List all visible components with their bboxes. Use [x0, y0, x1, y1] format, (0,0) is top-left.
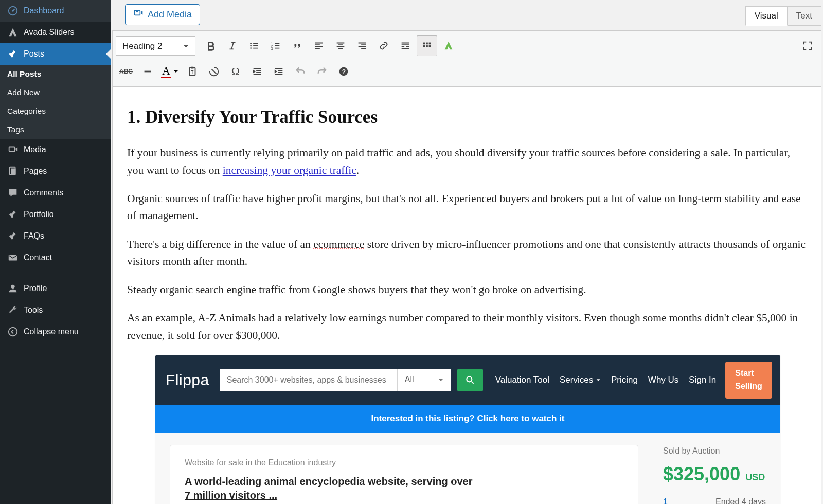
undo-button[interactable]: [290, 61, 311, 82]
align-center-button[interactable]: [330, 35, 351, 56]
number-list-button[interactable]: 123: [265, 35, 286, 56]
svg-rect-19: [426, 45, 428, 47]
flippa-search-button[interactable]: [457, 369, 483, 391]
strikethrough-button[interactable]: ABC: [116, 61, 136, 82]
sidebar-label: Contact: [24, 253, 52, 262]
sidebar-label: Pages: [24, 167, 47, 176]
pin-icon: [7, 48, 19, 60]
search-icon: [465, 375, 475, 385]
mail-icon: [7, 252, 19, 263]
sidebar-item-avada-sliders[interactable]: Avada Sliders: [0, 22, 111, 43]
clear-formatting-button[interactable]: [204, 61, 224, 82]
pin-icon: [7, 230, 19, 242]
svg-point-7: [9, 328, 17, 336]
flippa-meta: 1 bid Ended 4 days ago: [663, 496, 766, 504]
help-button[interactable]: ?: [333, 61, 354, 82]
quote-button[interactable]: [287, 35, 308, 56]
special-char-button[interactable]: Ω: [225, 61, 246, 82]
editor-content[interactable]: 1. Diversify Your Traffic Sources If you…: [112, 87, 821, 504]
flippa-watch-link[interactable]: Click here to watch it: [477, 413, 564, 423]
svg-point-11: [250, 47, 252, 49]
add-media-label: Add Media: [148, 9, 192, 20]
content-p1: If your business is currently relying pr…: [127, 145, 807, 179]
sidebar-item-profile[interactable]: Profile: [0, 278, 111, 299]
bold-button[interactable]: [201, 35, 221, 56]
sidebar-label: Avada Sliders: [24, 28, 74, 37]
text-color-button[interactable]: A: [159, 61, 181, 82]
align-left-button[interactable]: [309, 35, 329, 56]
add-media-button[interactable]: Add Media: [125, 4, 200, 25]
flippa-nav: Valuation Tool Services Pricing Why Us S…: [495, 373, 717, 387]
tab-visual[interactable]: Visual: [745, 6, 788, 26]
svg-point-6: [11, 285, 14, 289]
sidebar-item-faqs[interactable]: FAQs: [0, 225, 111, 247]
sidebar-label: Dashboard: [24, 6, 64, 15]
fullscreen-button[interactable]: [797, 35, 818, 56]
flippa-search-input[interactable]: [220, 369, 397, 391]
flippa-header: Flippa All Valuation Tool Services Prici…: [155, 355, 780, 405]
content-heading: 1. Diversify Your Traffic Sources: [127, 103, 807, 131]
sidebar-item-dashboard[interactable]: Dashboard: [0, 0, 111, 22]
paste-text-button[interactable]: T: [182, 61, 203, 82]
link-button[interactable]: [373, 35, 394, 56]
hr-button[interactable]: [137, 61, 158, 82]
redo-button[interactable]: [312, 61, 332, 82]
wrench-icon: [7, 304, 19, 316]
flippa-category-filter[interactable]: All: [397, 369, 451, 391]
svg-rect-4: [11, 169, 15, 175]
sidebar-item-tools[interactable]: Tools: [0, 299, 111, 321]
sidebar-label: Collapse menu: [24, 327, 79, 336]
outdent-button[interactable]: [247, 61, 267, 82]
flippa-nav-whyus[interactable]: Why Us: [648, 373, 679, 387]
flippa-bid-count[interactable]: 1 bid: [663, 496, 677, 504]
submenu-tags[interactable]: Tags: [0, 120, 111, 139]
flippa-sale-info: Sold by Auction $325,000 USD 1 bid Ended…: [663, 445, 766, 504]
flippa-industry-label: Website for sale in the Education indust…: [185, 457, 623, 470]
sidebar-item-pages[interactable]: Pages: [0, 160, 111, 182]
flippa-sold-label: Sold by Auction: [663, 445, 766, 458]
submenu-categories[interactable]: Categories: [0, 102, 111, 120]
flippa-listing-title: A world-leading animal encyclopedia webs…: [185, 475, 623, 502]
dashboard-icon: [7, 5, 19, 16]
avada-builder-button[interactable]: [438, 35, 459, 56]
flippa-banner: Interested in this listing? Click here t…: [155, 405, 780, 433]
svg-point-1: [12, 10, 14, 12]
toolbar-toggle-button[interactable]: [417, 35, 437, 56]
chevron-down-icon: [438, 377, 444, 383]
bullet-list-button[interactable]: [244, 35, 264, 56]
flippa-currency: USD: [745, 472, 765, 482]
flippa-price: $325,000: [663, 463, 740, 484]
sidebar-item-media[interactable]: Media: [0, 139, 111, 160]
flippa-body: Website for sale in the Education indust…: [155, 433, 780, 504]
editor-area: Visual Text Heading 2 123: [111, 30, 823, 504]
sidebar-label: Media: [24, 145, 46, 154]
indent-button[interactable]: [269, 61, 289, 82]
text-color-a-icon: A: [161, 65, 171, 78]
main-content: Add Media Visual Text Heading 2 123: [111, 0, 823, 504]
flippa-embed: Flippa All Valuation Tool Services Prici…: [155, 355, 780, 504]
flippa-nav-signin[interactable]: Sign In: [689, 373, 716, 387]
sidebar-item-contact[interactable]: Contact: [0, 247, 111, 268]
flippa-nav-valuation[interactable]: Valuation Tool: [495, 373, 549, 387]
read-more-button[interactable]: [395, 35, 416, 56]
svg-point-10: [250, 45, 252, 47]
sidebar-item-comments[interactable]: Comments: [0, 182, 111, 204]
submenu-all-posts[interactable]: All Posts: [0, 65, 111, 83]
submenu-add-new[interactable]: Add New: [0, 83, 111, 102]
align-right-button[interactable]: [352, 35, 372, 56]
format-select[interactable]: Heading 2: [116, 36, 195, 56]
flippa-start-selling-button[interactable]: Start Selling: [725, 362, 772, 399]
pages-icon: [7, 166, 19, 177]
sidebar-item-collapse[interactable]: Collapse menu: [0, 321, 111, 343]
sidebar-item-posts[interactable]: Posts: [0, 43, 111, 65]
sidebar-item-portfolio[interactable]: Portfolio: [0, 204, 111, 225]
flippa-nav-pricing[interactable]: Pricing: [611, 373, 638, 387]
tab-text[interactable]: Text: [788, 6, 821, 26]
content-p2: Organic sources of traffic have higher p…: [127, 190, 807, 225]
posts-submenu: All Posts Add New Categories Tags: [0, 65, 111, 139]
svg-rect-15: [423, 43, 425, 45]
link-organic-traffic[interactable]: increasing your organic traffic: [223, 164, 356, 176]
italic-button[interactable]: [222, 35, 243, 56]
flippa-nav-services[interactable]: Services: [560, 373, 601, 387]
editor-toolbar: Heading 2 123 ABC A: [112, 30, 821, 87]
